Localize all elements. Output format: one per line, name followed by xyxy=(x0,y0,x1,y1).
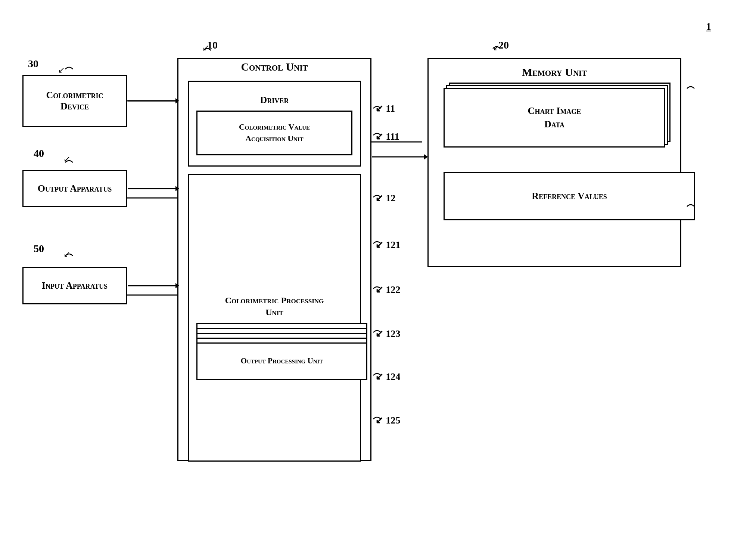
driver-section: Driver Colorimetric ValueAcquisition Uni… xyxy=(188,81,361,167)
control-unit-label: Control Unit xyxy=(241,61,308,73)
ref-122: ↙ 122 xyxy=(375,284,401,295)
driver-box: Driver Colorimetric ValueAcquisition Uni… xyxy=(188,81,361,167)
memory-unit-box: Memory Unit Chart ImageData ↙ 21 Referen… xyxy=(427,58,681,267)
control-unit-box: Control Unit Driver Colorimetric ValueAc… xyxy=(177,58,371,461)
output-apparatus-label: Output Apparatus xyxy=(38,183,112,194)
driver-label: Driver xyxy=(260,94,289,106)
diagram: 1 30 ↙ ColorimetricDevice 40 ↙ Output Ap… xyxy=(0,0,756,549)
output-apparatus-box: Output Apparatus xyxy=(22,170,127,207)
input-apparatus-label: Input Apparatus xyxy=(42,280,108,291)
chart-image-data-label: Chart ImageData xyxy=(528,104,581,131)
driver-inner: Colorimetric ValueAcquisition Unit xyxy=(196,111,352,155)
reference-values-label: Reference Values xyxy=(532,190,607,202)
input-apparatus-box: Input Apparatus xyxy=(22,267,127,304)
output-processing-box: Output Processing Unit xyxy=(196,342,367,380)
ref-123: ↙ 123 xyxy=(375,328,401,339)
chart-image-data-box: Chart ImageData xyxy=(444,88,665,148)
ref-124: ↙ 124 xyxy=(375,371,401,382)
ref-121: ↙ 121 xyxy=(375,239,401,251)
tick-30: ↙ xyxy=(58,65,65,75)
ref-111: ↙ 111 xyxy=(375,131,399,142)
cpu-label: Colorimetric ProcessingUnit xyxy=(225,295,324,318)
ref-50: 50 xyxy=(34,243,44,255)
ref-125: ↙ 125 xyxy=(375,415,401,426)
output-processing-label: Output Processing Unit xyxy=(241,356,323,366)
figure-number: 1 xyxy=(706,21,711,32)
driver-colorimetric-box: Colorimetric ValueAcquisition Unit xyxy=(196,111,352,155)
ref-11: ↙ 11 xyxy=(375,103,395,114)
driver-header-area: Driver xyxy=(189,90,360,109)
tick-40: ↙ xyxy=(63,154,70,164)
ref-20: 20 xyxy=(498,39,509,51)
ref-12: ↙ 12 xyxy=(375,192,396,204)
chart-image-stack: Chart ImageData xyxy=(444,88,665,148)
colorimetric-device-box: ColorimetricDevice xyxy=(22,75,127,127)
tick-50: ↙ xyxy=(63,249,70,259)
driver-colorimetric-label: Colorimetric ValueAcquisition Unit xyxy=(239,121,310,145)
cpu-box: Colorimetric ProcessingUnit Colorimetric… xyxy=(188,174,361,462)
cpu-header-area: Colorimetric ProcessingUnit xyxy=(189,290,360,321)
colorimetric-device-label: ColorimetricDevice xyxy=(46,90,103,112)
ref-40: 40 xyxy=(34,148,44,159)
tick-10: ↙ xyxy=(202,43,209,53)
tick-20: ↙ xyxy=(493,43,500,53)
cpu-section: Colorimetric ProcessingUnit Colorimetric… xyxy=(188,174,361,462)
memory-unit-label: Memory Unit xyxy=(522,66,587,78)
ref-30: 30 xyxy=(28,58,38,70)
memory-unit-header: Memory Unit xyxy=(429,59,680,84)
reference-values-box: Reference Values xyxy=(444,172,695,220)
control-unit-header: Control Unit xyxy=(178,54,370,77)
